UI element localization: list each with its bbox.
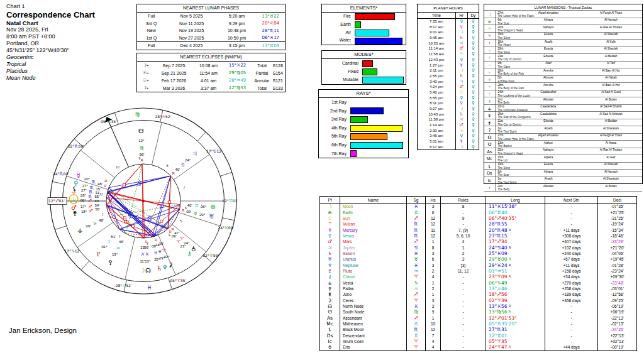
bar bbox=[355, 38, 402, 45]
planet-hour-row: 6:55 pm♀♀ bbox=[418, 95, 479, 100]
planet-sign: ♈ bbox=[180, 236, 184, 241]
planet-hours-table: PLANET HOURS TimeHrDy7:33 am♀♀8:17 am☿♀9… bbox=[417, 4, 479, 150]
planet-minutes: 55' bbox=[94, 195, 99, 198]
planet-row: ♇Pluto♒211, 1201°♒51+158 days-23°24' bbox=[320, 268, 637, 274]
planet-hour-row: 11:14 am♂♀ bbox=[418, 46, 479, 52]
planet-degree: 24° bbox=[184, 241, 190, 245]
bar-row: Earth bbox=[322, 21, 406, 29]
planet-data-table: PtNameSgHsRulesLongNext StnDecl☽Moon♓381… bbox=[319, 196, 637, 351]
bar bbox=[355, 30, 389, 36]
planet-sign: ♊ bbox=[194, 204, 198, 209]
house-number: 7 bbox=[183, 186, 185, 190]
house-number: 5 bbox=[180, 219, 182, 223]
planet-sign: ♒ bbox=[116, 246, 120, 251]
bar-row: Fixed bbox=[322, 67, 406, 75]
planet-hour-row: 9:27 pm☽♀ bbox=[418, 106, 479, 112]
bar-label: 5th Ray bbox=[319, 132, 347, 141]
bar bbox=[350, 116, 368, 123]
cusp-label: 28°♒52' bbox=[116, 283, 132, 288]
house-cusp bbox=[80, 150, 114, 178]
planet-hour-row: 3:45 am♀♀ bbox=[418, 133, 479, 139]
planet-row: ☽Moon♓3811°♓15'38"--07°35' bbox=[320, 204, 637, 210]
lunar-phase-row: NewNov 19 202510:48 pm28°♏11 bbox=[137, 27, 286, 35]
planet-hour-row: 2:55 pm♄♀ bbox=[418, 73, 479, 79]
bar bbox=[355, 13, 395, 20]
planet-row: ⚴Pallas♒2-13°♒46+258 days-03°01' bbox=[320, 286, 637, 291]
planet-hour-row: 11:58 am☉♀ bbox=[418, 52, 479, 57]
retrograde-marker: R bbox=[104, 184, 106, 188]
planet-row: ⚚Vulcan♏12-28°♏55--19°24' bbox=[320, 221, 637, 227]
planet-row: ☿Mercury♏117, (9)20°♏48 R+11 days-15°34' bbox=[320, 227, 637, 232]
bar-label: 6th Ray bbox=[319, 141, 347, 149]
planet-hour-row: 10:30 am♃♀ bbox=[418, 40, 479, 46]
setting-centricity: Geocentric bbox=[6, 54, 95, 61]
planet-hour-row: 9:45 am♄♀ bbox=[418, 35, 479, 41]
chart-time: 8:00 am PST +8:00 bbox=[6, 33, 95, 40]
planet-minutes: 24' bbox=[155, 243, 160, 247]
planet-row: AsAscendant♐1-12°♐01'53"--22°13' bbox=[320, 315, 637, 321]
sign-boundary bbox=[55, 226, 67, 230]
planet-row: McMidheaven♎10-05°♎35'20"--02°13' bbox=[320, 321, 637, 327]
planet-degree: 13° bbox=[138, 139, 145, 143]
retrograde-marker: R bbox=[145, 240, 148, 244]
bar-label: 2nd Ray bbox=[319, 107, 347, 116]
planet-degree: 18° bbox=[81, 210, 87, 214]
planet-table-header: PtNameSgHsRulesLongNext StnDecl bbox=[320, 197, 637, 204]
planet-hour-row: 1:14 am♂♀ bbox=[418, 122, 479, 128]
mercury-glyph: ☿ bbox=[76, 172, 80, 179]
bar-label: Earth bbox=[322, 21, 351, 29]
bar-label: 7th Ray bbox=[319, 149, 347, 158]
planet-hour-row: 8:11 pm☿♀ bbox=[418, 100, 479, 106]
planet-row: ♃Jupiter♋8124°♋40 R+102 days+21°20' bbox=[320, 244, 637, 250]
chart-number: Chart 1 bbox=[6, 3, 95, 10]
cusp-label: 28°♌52' bbox=[155, 114, 172, 119]
house-number: 8 bbox=[166, 164, 168, 168]
mansion-desc-row: The Belly bbox=[484, 188, 642, 192]
planet-hours-title: PLANET HOURS bbox=[418, 4, 479, 13]
bar-label: Fire bbox=[322, 13, 351, 21]
house-cusp bbox=[125, 237, 135, 280]
planet-hour-row: 5:40 pm☉♀ bbox=[418, 90, 479, 95]
house-number: 2 bbox=[118, 234, 120, 238]
planet-sign: ♓ bbox=[153, 251, 157, 256]
jupiter-glyph: ♃ bbox=[192, 150, 197, 157]
planet-hour-row: 12:43 pm♀♀ bbox=[418, 57, 479, 63]
pluto-glyph: ♇ bbox=[96, 251, 101, 258]
ceres-glyph: ⚳ bbox=[168, 261, 172, 268]
bar-row: 4th Ray bbox=[319, 124, 408, 133]
aspect-line bbox=[143, 176, 170, 238]
planet-degree: 27° bbox=[82, 184, 89, 188]
bar-row: 3rd Ray bbox=[319, 115, 408, 124]
planet-row: ☊North Node♓3-13°♓56 R--06°19' bbox=[320, 303, 637, 309]
planet-sign: ♍ bbox=[140, 146, 143, 151]
bar-label: Cardinal bbox=[322, 59, 358, 67]
rays-chart: RAYS* 1st Ray2nd Ray3rd Ray4th Ray5th Ra… bbox=[318, 89, 409, 158]
planet-hour-row: 3:40 pm♃♀ bbox=[418, 79, 479, 84]
bar-row: 7th Ray bbox=[319, 149, 408, 158]
planet-degree: 13° bbox=[112, 253, 118, 256]
square-aspect-icon bbox=[160, 220, 163, 222]
planet-hour-row: 1:27 pm☿♀ bbox=[418, 62, 479, 68]
setting-houses: Placidus bbox=[6, 68, 95, 75]
saturn-glyph: ♄ bbox=[157, 265, 162, 272]
planet-minutes: 48' bbox=[97, 182, 103, 186]
house-cusp bbox=[172, 224, 206, 252]
lunar-mansions-table: LUNAR MANSIONS - Tropical Zodiac ☽27thAl… bbox=[484, 4, 642, 192]
planet-minutes: 51' bbox=[111, 235, 116, 239]
retrograde-marker: R bbox=[172, 227, 174, 231]
bar bbox=[350, 150, 357, 157]
moon-glyph: ☽ bbox=[140, 267, 145, 274]
planet-hour-row: 4:24 pm♂♀ bbox=[418, 84, 479, 90]
retrograde-marker: R bbox=[172, 171, 175, 175]
snode-glyph: ☋ bbox=[138, 128, 144, 134]
planet-sign: ♐ bbox=[89, 209, 92, 214]
square-aspect-icon bbox=[123, 183, 126, 186]
cusp-label: 17°♋12' bbox=[206, 149, 223, 154]
bar-label: Water bbox=[322, 36, 351, 45]
planet-row: ⚸Black Moon♏12-27°♏31--24°26' bbox=[320, 327, 637, 332]
planet-sign: ♑ bbox=[93, 221, 97, 226]
bar-row: 1st Ray bbox=[319, 98, 408, 107]
planet-sign: ♓ bbox=[158, 249, 162, 254]
planet-minutes: 00' bbox=[186, 210, 191, 214]
planet-hour-row: 9:01 am☽♀ bbox=[418, 30, 479, 35]
